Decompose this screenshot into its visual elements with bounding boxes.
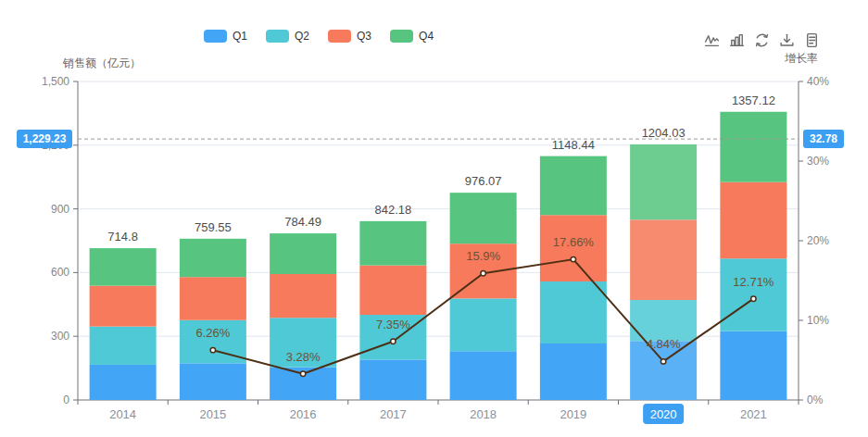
bar-segment-q1[interactable] xyxy=(720,331,786,400)
growth-line-label: 3.28% xyxy=(286,350,321,364)
growth-line-point[interactable] xyxy=(751,296,756,301)
bar-segment-q4[interactable] xyxy=(540,156,607,216)
bar-2018[interactable] xyxy=(450,193,517,400)
legend-item-q1[interactable]: Q1 xyxy=(204,30,247,43)
x-axis-label: 2021 xyxy=(740,407,767,421)
chart-container: Q1Q2Q3Q4 销售额（亿元） 增长率 03006009001,2001,50… xyxy=(0,0,868,437)
right-axis-tick-label: 30% xyxy=(807,155,829,168)
bar-segment-q4[interactable] xyxy=(90,248,157,286)
bar-segment-q1[interactable] xyxy=(90,365,157,400)
bar-segment-q3[interactable] xyxy=(630,219,697,300)
bar-2017[interactable] xyxy=(359,221,426,400)
legend-marker-icon xyxy=(266,30,289,43)
growth-line-point[interactable] xyxy=(300,371,305,376)
bar-total-label: 976.07 xyxy=(465,174,502,188)
right-axis-tick-label: 40% xyxy=(807,75,829,88)
growth-line-point[interactable] xyxy=(660,359,665,364)
legend-item-q2[interactable]: Q2 xyxy=(266,30,309,43)
right-axis-title: 增长率 xyxy=(785,51,818,67)
bar-chart-toggle-icon[interactable] xyxy=(729,32,745,48)
line-chart-toggle-icon[interactable] xyxy=(704,32,720,48)
bar-segment-q3[interactable] xyxy=(359,266,426,315)
toolbox xyxy=(704,32,820,48)
right-axis-tick-label: 10% xyxy=(807,314,829,327)
legend-label: Q2 xyxy=(295,30,309,43)
growth-line-label: 15.9% xyxy=(466,249,500,263)
bar-segment-q1[interactable] xyxy=(450,351,517,400)
growth-line-label: 6.26% xyxy=(195,326,230,340)
x-axis-label: 2020 xyxy=(650,407,677,421)
growth-line-label: 17.66% xyxy=(553,235,595,249)
right-axis-pointer-value: 32.78 xyxy=(810,132,837,145)
bar-segment-q1[interactable] xyxy=(540,343,607,400)
legend-marker-icon xyxy=(390,30,413,43)
legend-marker-icon xyxy=(328,30,351,43)
legend-item-q4[interactable]: Q4 xyxy=(390,30,434,43)
bar-2021[interactable] xyxy=(720,112,786,400)
bar-2019[interactable] xyxy=(540,156,607,400)
legend-label: Q3 xyxy=(357,30,371,43)
bar-segment-q4[interactable] xyxy=(720,112,786,182)
bar-segment-q4[interactable] xyxy=(270,233,336,274)
bar-total-label: 784.49 xyxy=(284,215,321,229)
left-axis-tick-label: 0 xyxy=(63,393,69,406)
x-axis-label: 2019 xyxy=(560,407,586,421)
left-axis-tick-label: 300 xyxy=(51,330,69,343)
x-axis-label: 2014 xyxy=(109,407,136,421)
bar-segment-q4[interactable] xyxy=(180,239,246,277)
growth-line-point[interactable] xyxy=(481,271,485,276)
bar-total-label: 714.8 xyxy=(107,230,138,243)
bar-segment-q2[interactable] xyxy=(540,281,607,343)
bar-segment-q2[interactable] xyxy=(450,298,517,351)
left-axis-title: 销售额（亿元） xyxy=(63,56,141,71)
x-axis-label: 2016 xyxy=(290,407,317,421)
bar-segment-q4[interactable] xyxy=(630,144,697,219)
left-axis-pointer-value: 1,229.23 xyxy=(23,132,67,145)
save-as-image-icon[interactable] xyxy=(779,32,795,48)
growth-line-point[interactable] xyxy=(391,339,396,343)
bar-total-label: 1148.44 xyxy=(552,138,595,152)
left-axis-tick-label: 900 xyxy=(51,203,69,216)
growth-line-label: 4.84% xyxy=(647,337,681,351)
bar-total-label: 759.55 xyxy=(195,220,232,234)
x-axis-label: 2018 xyxy=(470,407,497,421)
bar-segment-q1[interactable] xyxy=(359,359,426,400)
legend-marker-icon xyxy=(204,30,227,43)
bar-segment-q4[interactable] xyxy=(450,193,517,243)
bar-segment-q3[interactable] xyxy=(90,286,157,327)
x-axis-label: 2017 xyxy=(380,407,407,421)
right-axis-tick-label: 0% xyxy=(807,393,824,406)
bar-total-label: 1357.12 xyxy=(732,94,775,107)
legend-label: Q4 xyxy=(419,30,434,43)
bar-2015[interactable] xyxy=(180,239,246,400)
bar-segment-q1[interactable] xyxy=(180,363,246,400)
bar-2014[interactable] xyxy=(90,248,157,400)
restore-icon[interactable] xyxy=(754,32,770,48)
left-axis-tick-label: 600 xyxy=(51,266,69,279)
data-view-icon[interactable] xyxy=(804,32,820,48)
legend-item-q3[interactable]: Q3 xyxy=(328,30,371,43)
bar-segment-q3[interactable] xyxy=(720,182,786,259)
growth-line-label: 12.71% xyxy=(733,275,774,289)
bar-segment-q2[interactable] xyxy=(720,258,786,331)
growth-line-label: 7.35% xyxy=(376,318,410,331)
growth-line-point[interactable] xyxy=(571,256,575,261)
left-axis-tick-label: 1,500 xyxy=(42,75,69,88)
bar-segment-q2[interactable] xyxy=(90,327,157,365)
bar-segment-q4[interactable] xyxy=(359,221,426,266)
legend: Q1Q2Q3Q4 xyxy=(204,30,434,43)
bar-segment-q3[interactable] xyxy=(180,277,246,320)
legend-label: Q1 xyxy=(233,30,247,43)
bar-segment-q3[interactable] xyxy=(270,274,336,318)
right-axis-tick-label: 20% xyxy=(807,234,829,247)
x-axis-label: 2015 xyxy=(199,407,226,421)
bar-total-label: 842.18 xyxy=(374,203,411,217)
bar-total-label: 1204.03 xyxy=(642,126,686,140)
growth-line-point[interactable] xyxy=(210,347,215,352)
